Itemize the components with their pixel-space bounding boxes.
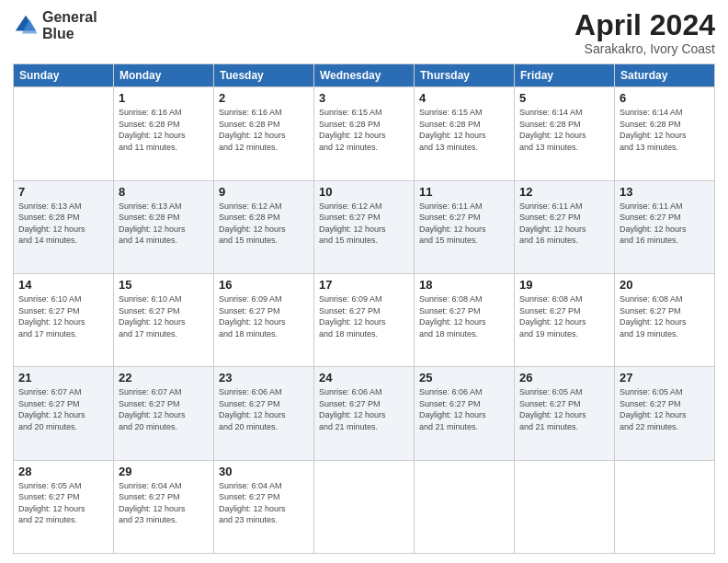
day-number: 4: [419, 91, 509, 105]
day-number: 2: [219, 91, 309, 105]
day-cell: 5Sunrise: 6:14 AM Sunset: 6:28 PM Daylig…: [515, 87, 615, 180]
day-cell: [415, 460, 515, 553]
week-row: 14Sunrise: 6:10 AM Sunset: 6:27 PM Dayli…: [14, 273, 715, 366]
day-info: Sunrise: 6:05 AM Sunset: 6:27 PM Dayligh…: [620, 386, 710, 432]
month-title: April 2024: [574, 9, 715, 41]
day-number: 8: [119, 185, 209, 199]
day-header-wednesday: Wednesday: [314, 64, 415, 87]
day-cell: 18Sunrise: 6:08 AM Sunset: 6:27 PM Dayli…: [415, 273, 515, 366]
day-number: 17: [319, 278, 409, 292]
day-cell: 20Sunrise: 6:08 AM Sunset: 6:27 PM Dayli…: [615, 273, 715, 366]
day-info: Sunrise: 6:06 AM Sunset: 6:27 PM Dayligh…: [319, 386, 409, 432]
day-cell: 17Sunrise: 6:09 AM Sunset: 6:27 PM Dayli…: [314, 273, 415, 366]
day-info: Sunrise: 6:10 AM Sunset: 6:27 PM Dayligh…: [18, 293, 108, 339]
day-info: Sunrise: 6:09 AM Sunset: 6:27 PM Dayligh…: [319, 293, 409, 339]
day-cell: 7Sunrise: 6:13 AM Sunset: 6:28 PM Daylig…: [14, 180, 114, 273]
day-cell: 4Sunrise: 6:15 AM Sunset: 6:28 PM Daylig…: [415, 87, 515, 180]
day-number: 30: [219, 465, 309, 478]
day-info: Sunrise: 6:15 AM Sunset: 6:28 PM Dayligh…: [319, 107, 409, 153]
day-info: Sunrise: 6:13 AM Sunset: 6:28 PM Dayligh…: [18, 201, 108, 247]
day-info: Sunrise: 6:10 AM Sunset: 6:27 PM Dayligh…: [119, 293, 209, 339]
day-info: Sunrise: 6:15 AM Sunset: 6:28 PM Dayligh…: [419, 107, 509, 153]
day-cell: 9Sunrise: 6:12 AM Sunset: 6:28 PM Daylig…: [214, 180, 314, 273]
day-number: 3: [319, 91, 409, 105]
day-info: Sunrise: 6:13 AM Sunset: 6:28 PM Dayligh…: [119, 201, 209, 247]
day-number: 20: [620, 278, 710, 292]
day-cell: 26Sunrise: 6:05 AM Sunset: 6:27 PM Dayli…: [515, 367, 615, 460]
day-info: Sunrise: 6:05 AM Sunset: 6:27 PM Dayligh…: [18, 480, 108, 526]
day-info: Sunrise: 6:05 AM Sunset: 6:27 PM Dayligh…: [519, 386, 609, 432]
day-cell: 2Sunrise: 6:16 AM Sunset: 6:28 PM Daylig…: [214, 87, 314, 180]
week-row: 7Sunrise: 6:13 AM Sunset: 6:28 PM Daylig…: [14, 180, 715, 273]
day-info: Sunrise: 6:08 AM Sunset: 6:27 PM Dayligh…: [419, 293, 509, 339]
day-header-friday: Friday: [515, 64, 615, 87]
day-number: 28: [18, 465, 108, 478]
logo-line1: General: [42, 9, 97, 26]
day-info: Sunrise: 6:07 AM Sunset: 6:27 PM Dayligh…: [18, 386, 108, 432]
day-number: 13: [620, 185, 710, 199]
day-info: Sunrise: 6:12 AM Sunset: 6:27 PM Dayligh…: [319, 201, 409, 247]
day-number: 21: [18, 371, 108, 385]
day-info: Sunrise: 6:07 AM Sunset: 6:27 PM Dayligh…: [119, 386, 209, 432]
day-number: 11: [419, 185, 509, 199]
day-cell: [515, 460, 615, 553]
day-cell: 15Sunrise: 6:10 AM Sunset: 6:27 PM Dayli…: [114, 273, 214, 366]
day-number: 15: [119, 278, 209, 292]
day-number: 24: [319, 371, 409, 385]
day-info: Sunrise: 6:16 AM Sunset: 6:28 PM Dayligh…: [119, 107, 209, 153]
calendar-body: 1Sunrise: 6:16 AM Sunset: 6:28 PM Daylig…: [14, 87, 715, 554]
location-title: Sarakakro, Ivory Coast: [574, 41, 715, 56]
header-row: SundayMondayTuesdayWednesdayThursdayFrid…: [14, 64, 715, 87]
calendar: SundayMondayTuesdayWednesdayThursdayFrid…: [13, 63, 715, 554]
day-cell: [615, 460, 715, 553]
day-number: 27: [620, 371, 710, 385]
week-row: 1Sunrise: 6:16 AM Sunset: 6:28 PM Daylig…: [14, 87, 715, 180]
day-cell: 8Sunrise: 6:13 AM Sunset: 6:28 PM Daylig…: [114, 180, 214, 273]
day-info: Sunrise: 6:08 AM Sunset: 6:27 PM Dayligh…: [519, 293, 609, 339]
day-info: Sunrise: 6:11 AM Sunset: 6:27 PM Dayligh…: [419, 201, 509, 247]
day-cell: 13Sunrise: 6:11 AM Sunset: 6:27 PM Dayli…: [615, 180, 715, 273]
day-number: 7: [18, 185, 108, 199]
day-info: Sunrise: 6:06 AM Sunset: 6:27 PM Dayligh…: [419, 386, 509, 432]
day-number: 5: [519, 91, 609, 105]
day-cell: 1Sunrise: 6:16 AM Sunset: 6:28 PM Daylig…: [114, 87, 214, 180]
day-number: 25: [419, 371, 509, 385]
title-block: April 2024 Sarakakro, Ivory Coast: [574, 9, 715, 56]
day-number: 18: [419, 278, 509, 292]
day-cell: 11Sunrise: 6:11 AM Sunset: 6:27 PM Dayli…: [415, 180, 515, 273]
logo-line2: Blue: [42, 26, 97, 42]
day-info: Sunrise: 6:14 AM Sunset: 6:28 PM Dayligh…: [519, 107, 609, 153]
day-cell: 27Sunrise: 6:05 AM Sunset: 6:27 PM Dayli…: [615, 367, 715, 460]
day-info: Sunrise: 6:11 AM Sunset: 6:27 PM Dayligh…: [519, 201, 609, 247]
day-number: 9: [219, 185, 309, 199]
day-number: 29: [119, 465, 209, 478]
day-cell: [14, 87, 114, 180]
day-number: 1: [119, 91, 209, 105]
day-cell: [314, 460, 415, 553]
day-number: 22: [119, 371, 209, 385]
day-number: 23: [219, 371, 309, 385]
day-number: 10: [319, 185, 409, 199]
day-info: Sunrise: 6:04 AM Sunset: 6:27 PM Dayligh…: [219, 480, 309, 526]
calendar-header: SundayMondayTuesdayWednesdayThursdayFrid…: [14, 64, 715, 87]
week-row: 28Sunrise: 6:05 AM Sunset: 6:27 PM Dayli…: [14, 460, 715, 553]
day-cell: 29Sunrise: 6:04 AM Sunset: 6:27 PM Dayli…: [114, 460, 214, 553]
day-cell: 14Sunrise: 6:10 AM Sunset: 6:27 PM Dayli…: [14, 273, 114, 366]
day-cell: 6Sunrise: 6:14 AM Sunset: 6:28 PM Daylig…: [615, 87, 715, 180]
day-cell: 19Sunrise: 6:08 AM Sunset: 6:27 PM Dayli…: [515, 273, 615, 366]
day-cell: 10Sunrise: 6:12 AM Sunset: 6:27 PM Dayli…: [314, 180, 415, 273]
day-info: Sunrise: 6:08 AM Sunset: 6:27 PM Dayligh…: [620, 293, 710, 339]
day-info: Sunrise: 6:11 AM Sunset: 6:27 PM Dayligh…: [620, 201, 710, 247]
day-info: Sunrise: 6:06 AM Sunset: 6:27 PM Dayligh…: [219, 386, 309, 432]
day-header-sunday: Sunday: [14, 64, 114, 87]
day-info: Sunrise: 6:04 AM Sunset: 6:27 PM Dayligh…: [119, 480, 209, 526]
day-number: 14: [18, 278, 108, 292]
day-info: Sunrise: 6:12 AM Sunset: 6:28 PM Dayligh…: [219, 201, 309, 247]
header: General Blue April 2024 Sarakakro, Ivory…: [13, 9, 715, 56]
day-cell: 28Sunrise: 6:05 AM Sunset: 6:27 PM Dayli…: [14, 460, 114, 553]
day-cell: 22Sunrise: 6:07 AM Sunset: 6:27 PM Dayli…: [114, 367, 214, 460]
day-cell: 25Sunrise: 6:06 AM Sunset: 6:27 PM Dayli…: [415, 367, 515, 460]
day-number: 16: [219, 278, 309, 292]
logo-text: General Blue: [42, 9, 97, 41]
day-cell: 16Sunrise: 6:09 AM Sunset: 6:27 PM Dayli…: [214, 273, 314, 366]
